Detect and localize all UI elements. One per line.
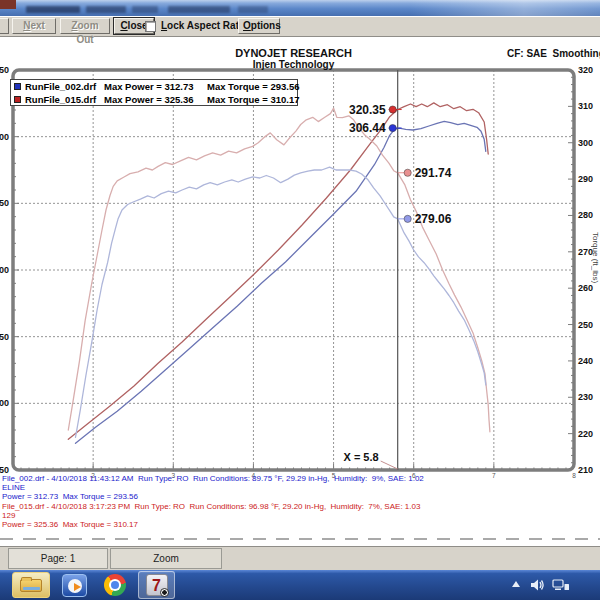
run-info-line: File_015.drf - 4/10/2018 3:17:23 PM Run …	[2, 502, 420, 511]
cursor-power-015-dot	[389, 106, 396, 113]
taskbar-chrome-icon[interactable]	[104, 574, 126, 596]
legend-max-power: Max Power = 325.36	[104, 94, 194, 105]
tab-zoom[interactable]: Zoom	[110, 548, 222, 569]
cursor-torque-015-dot	[404, 169, 411, 176]
plot-frame	[13, 70, 574, 470]
taskbar-winpep7-icon[interactable]: 7	[138, 571, 175, 599]
torque-axis-label: 300	[578, 138, 593, 148]
cursor-torque-015-label: 291.74	[415, 166, 452, 180]
run-note-line: ELINE	[2, 483, 25, 492]
taskbar-media-player-icon[interactable]	[62, 574, 87, 597]
correction-smoothing-label: CF: SAE Smoothing: 5	[400, 48, 600, 59]
power-axis-label: 300	[0, 132, 9, 142]
legend-max-power: Max Power = 312.73	[104, 81, 194, 92]
network-icon[interactable]	[552, 578, 570, 592]
run-max-line: Power = 325.36 Max Torque = 310.17	[2, 520, 138, 529]
page-tab-bar: Page: 1 Zoom	[0, 546, 600, 570]
run-info-line: File_002.drf - 4/10/2018 11:43:12 AM Run…	[2, 474, 424, 483]
window-title-text-illegible	[26, 6, 80, 13]
window-title-text-illegible	[86, 6, 126, 13]
cursor-torque-002-dot	[404, 215, 411, 222]
torque-axis-label: 290	[578, 174, 593, 184]
options-button[interactable]: Options	[238, 18, 280, 34]
cursor-power-002-label: 306.44	[349, 121, 386, 135]
torque-axis-label: 310	[578, 101, 593, 111]
winpep7-logo: 7	[146, 574, 168, 596]
window-title-text-illegible	[168, 6, 230, 13]
legend-file-name: RunFile_015.drf	[25, 94, 96, 105]
tab-page-1[interactable]: Page: 1	[8, 548, 108, 569]
taskbar-file-explorer-icon[interactable]	[12, 572, 50, 598]
x-axis-label: 8	[572, 472, 576, 479]
torque-axis-label: 210	[578, 465, 593, 475]
curve-torque_002	[76, 167, 486, 437]
torque-axis-label: 280	[578, 210, 593, 220]
screen: Next Zoom Out Close Lock Aspect Ratio Op…	[0, 0, 600, 600]
legend-box: RunFile_002.drf Max Power = 312.73 Max T…	[10, 79, 298, 106]
play-icon	[74, 583, 81, 591]
legend-file-name: RunFile_002.drf	[25, 81, 96, 92]
legend-max-torque: Max Torque = 293.56	[207, 81, 300, 92]
cursor-x-pointer	[381, 461, 398, 469]
legend-swatch-blue	[14, 83, 21, 90]
legend-max-torque: Max Torque = 310.17	[207, 94, 300, 105]
volume-icon[interactable]	[530, 578, 545, 592]
curve-power_002	[76, 121, 486, 443]
chrome-dot	[111, 581, 119, 589]
torque-axis-label: 230	[578, 392, 593, 402]
torque-axis-label: 220	[578, 429, 593, 439]
next-button[interactable]: Next	[12, 18, 56, 34]
toolbar: Next Zoom Out Close Lock Aspect Ratio Op…	[0, 16, 600, 37]
torque-axis-label: 320	[578, 65, 593, 75]
legend-row: RunFile_015.drf Max Power = 325.36 Max T…	[11, 94, 297, 106]
power-axis-label: 350	[0, 65, 9, 75]
power-axis-label: 100	[0, 398, 9, 408]
folder-icon	[20, 579, 42, 592]
window-title-text-illegible	[238, 6, 268, 13]
toolbar-partial-button[interactable]	[0, 18, 9, 34]
power-axis-label: 250	[0, 198, 9, 208]
zoom-out-button[interactable]: Zoom Out	[60, 18, 110, 34]
curve-power_015	[68, 103, 488, 439]
background-window-sliver	[0, 0, 16, 9]
curve-torque_015	[68, 108, 490, 432]
legend-row: RunFile_002.drf Max Power = 312.73 Max T…	[11, 81, 297, 93]
cursor-power-002-dot	[389, 124, 396, 131]
power-axis-label: 200	[0, 265, 9, 275]
lock-aspect-ratio-label: Lock Aspect Ratio	[161, 20, 248, 31]
run-max-line: Power = 312.73 Max Torque = 293.56	[2, 492, 138, 501]
torque-axis-title: Torque (ft_lbs)	[591, 232, 600, 318]
titlebar-glare	[410, 0, 600, 16]
torque-axis-label: 240	[578, 356, 593, 366]
run-note-line: 129	[2, 511, 15, 520]
page-separator	[0, 538, 600, 540]
torque-axis-label: 250	[578, 320, 593, 330]
cursor-power-015-label: 320.35	[349, 103, 386, 117]
taskbar: 7	[0, 570, 600, 600]
cursor-x-label: X = 5.8	[344, 451, 379, 463]
x-axis-label: 7	[492, 472, 496, 479]
legend-swatch-red	[14, 96, 21, 103]
window-title-text-illegible	[132, 6, 158, 13]
soccer-ball-icon	[160, 588, 169, 597]
show-hidden-icons-button[interactable]	[512, 581, 520, 587]
cursor-torque-002-label: 279.06	[415, 212, 452, 226]
power-axis-label: 150	[0, 332, 9, 342]
chart-subtitle: Injen Technology	[13, 59, 574, 70]
lock-aspect-ratio-checkbox[interactable]	[145, 21, 156, 32]
